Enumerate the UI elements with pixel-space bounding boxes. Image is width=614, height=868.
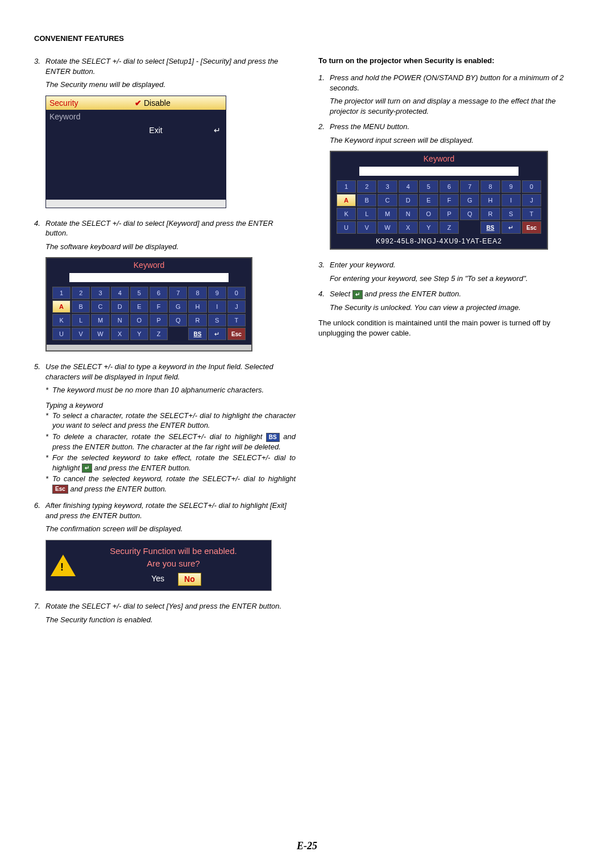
key-F: F <box>439 194 459 206</box>
security-exit-row: Exit ↵ <box>46 123 226 137</box>
exit-label: Exit <box>46 126 209 135</box>
left-steps-list-5: Use the SELECT +/- dial to type a keywor… <box>34 362 296 382</box>
key-2: 2 <box>72 287 90 299</box>
key-2: 2 <box>357 180 376 193</box>
step-6: After finishing typing keyword, rotate t… <box>34 501 296 520</box>
key-A: A <box>52 300 70 313</box>
typing-star2: To delete a character, rotate the SELECT… <box>34 432 296 452</box>
key-7: 7 <box>460 180 479 193</box>
kbd-serial: K992-45L8-JNGJ-4XU9-1YAT-EEA2 <box>331 237 547 245</box>
kbd-row-aj-r: ABCDEFGHIJ <box>337 194 541 206</box>
confirm-yes-button: Yes <box>146 573 170 586</box>
left-steps-list: Rotate the SELECT +/- dial to select [Se… <box>34 56 296 76</box>
bs-icon: BS <box>266 433 280 442</box>
esc-icon: Esc <box>52 485 68 494</box>
r-step-2-note: The Keyword input screen will be display… <box>318 135 580 146</box>
key-Q: Q <box>460 208 479 220</box>
right-steps-list-2: Press the MENU button. <box>318 122 580 132</box>
key-8: 8 <box>480 180 500 193</box>
key-L: L <box>72 314 90 326</box>
key-R: R <box>480 208 500 220</box>
key-Z: Z <box>150 328 168 340</box>
right-steps-list-4: Select ↵ and press the ENTER button. <box>318 289 580 299</box>
key-J: J <box>227 300 246 313</box>
step-5-star1: The keyword must be no more than 10 alph… <box>34 385 296 395</box>
key-M: M <box>377 208 397 220</box>
r-step-4: Select ↵ and press the ENTER button. <box>318 289 580 299</box>
kbd-input-field <box>69 273 229 282</box>
key-O: O <box>130 314 148 326</box>
key-7: 7 <box>169 287 187 299</box>
key-E: E <box>419 194 438 206</box>
kbd-row-kt: KLMNOPQRST <box>52 314 246 326</box>
key-R: R <box>188 314 206 326</box>
key-Y: Y <box>130 328 148 340</box>
key-L: L <box>357 208 376 220</box>
key-D: D <box>399 194 418 206</box>
key-8: 8 <box>188 287 206 299</box>
key-X-r: X <box>399 221 418 234</box>
kbd-row-numbers-r: 1234567890 <box>337 180 541 193</box>
key-bs: BS <box>188 328 206 340</box>
key-bs-r: BS <box>480 221 500 234</box>
step-3: Rotate the SELECT +/- dial to select [Se… <box>34 56 296 76</box>
right-heading: To turn on the projector when Security i… <box>318 56 580 65</box>
key-P: P <box>439 208 459 220</box>
key-4: 4 <box>111 287 129 299</box>
key-Q: Q <box>169 314 187 326</box>
key-return: ↵ <box>208 328 226 340</box>
security-row-label: Security <box>46 98 135 108</box>
two-column-layout: Rotate the SELECT +/- dial to select [Se… <box>34 56 580 630</box>
key-W: W <box>91 328 109 340</box>
figure-software-keyboard-right: Keyword 1234567890 ABCDEFGHIJ KLMNOPQRST… <box>330 151 580 250</box>
key-0: 0 <box>522 180 541 193</box>
key-G: G <box>460 194 479 206</box>
confirm-line2: Are you sure? <box>80 557 267 571</box>
typing-star4: To cancel the selected keyword, rotate t… <box>34 474 296 494</box>
step-6-note: The confirmation screen will be displaye… <box>34 524 296 534</box>
section-heading: CONVENIENT FEATURES <box>34 34 580 43</box>
security-row: Security ✔Disable <box>46 96 226 110</box>
warning-icon <box>51 555 76 576</box>
key-return-r: ↵ <box>501 221 521 234</box>
key-C: C <box>91 300 109 313</box>
key-A: A <box>337 194 356 206</box>
key-V: V <box>72 328 90 340</box>
kbd-row-uz: U V W X Y Z BS ↵ Esc <box>52 328 246 340</box>
key-K: K <box>52 314 70 326</box>
key-U-r: U <box>337 221 356 234</box>
key-E: E <box>130 300 148 313</box>
left-steps-list-7: Rotate the SELECT +/- dial to select [Ye… <box>34 601 296 611</box>
kbd-row-numbers: 1234567890 <box>52 287 246 299</box>
right-body-text: The unlock condition is maintained until… <box>318 318 580 338</box>
left-steps-list-6: After finishing typing keyword, rotate t… <box>34 501 296 520</box>
kbd-input-field-r <box>359 167 518 176</box>
key-N: N <box>111 314 129 326</box>
r-step-2: Press the MENU button. <box>318 122 580 132</box>
key-C: C <box>377 194 397 206</box>
security-row-value: Disable <box>144 98 171 108</box>
key-B: B <box>72 300 90 313</box>
key-B: B <box>357 194 376 206</box>
right-steps-list-3: Enter your keyword. <box>318 260 580 270</box>
keyword-row: Keyword <box>46 110 226 123</box>
page-number: E-25 <box>0 840 614 852</box>
kbd-row-kt-r: KLMNOPQRST <box>337 208 541 220</box>
confirm-line1: Security Function will be enabled. <box>80 545 267 558</box>
key-Y-r: Y <box>419 221 438 234</box>
key-V-r: V <box>357 221 376 234</box>
return-icon: ↵ <box>82 464 92 473</box>
key-T: T <box>227 314 246 326</box>
keyword-row-label: Keyword <box>46 112 135 121</box>
step-7-note: The Security function is enabled. <box>34 615 296 625</box>
key-S: S <box>208 314 226 326</box>
typing-star1: To select a character, rotate the SELECT… <box>34 411 296 431</box>
key-4: 4 <box>399 180 418 193</box>
key-S: S <box>501 208 521 220</box>
key-H: H <box>480 194 500 206</box>
return-icon: ↵ <box>352 290 363 299</box>
key-K: K <box>337 208 356 220</box>
key-I: I <box>208 300 226 313</box>
step-5: Use the SELECT +/- dial to type a keywor… <box>34 362 296 382</box>
key-W-r: W <box>377 221 397 234</box>
